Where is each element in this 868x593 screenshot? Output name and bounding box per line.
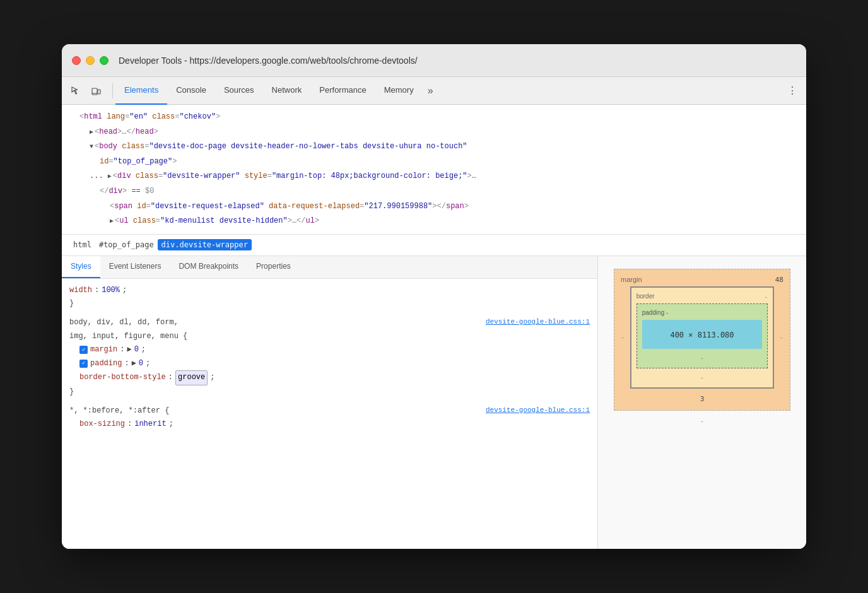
margin-left-value: - xyxy=(621,333,625,341)
styles-content: width: 100%; } body, div, dl, dd, form, … xyxy=(62,279,597,549)
devtools-window: Developer Tools - https://developers.goo… xyxy=(62,44,806,549)
breadcrumb-html[interactable]: html xyxy=(69,239,95,250)
css-rule-3-box-sizing: box-sizing: inherit; xyxy=(69,418,590,432)
css-rule-2: body, div, dl, dd, form, devsite-google-… xyxy=(69,316,590,399)
css-rule-1-close: } xyxy=(69,297,590,311)
inspect-element-button[interactable] xyxy=(67,82,85,100)
html-line-2[interactable]: ▶<head>…</head> xyxy=(62,125,806,140)
traffic-lights xyxy=(72,56,108,65)
tab-styles[interactable]: Styles xyxy=(62,256,100,278)
margin-checkbox[interactable] xyxy=(79,346,88,354)
tab-network[interactable]: Network xyxy=(263,77,311,105)
css-link-1[interactable]: devsite-google-blue.css:1 xyxy=(486,316,590,330)
css-rule-2-close: } xyxy=(69,385,590,399)
tab-dom-breakpoints[interactable]: DOM Breakpoints xyxy=(170,256,247,278)
window-title: Developer Tools - https://developers.goo… xyxy=(119,56,418,66)
html-line-5[interactable]: ... ▶<div class="devsite-wrapper" style=… xyxy=(62,169,806,184)
css-rule-3-selector: *, *:before, *:after { devsite-google-bl… xyxy=(69,404,590,418)
margin-bottom-value: 3 xyxy=(700,395,705,403)
close-button[interactable] xyxy=(72,56,81,65)
title-bar: Developer Tools - https://developers.goo… xyxy=(62,44,806,77)
devtools-toolbar: Elements Console Sources Network Perform… xyxy=(62,77,806,105)
css-rule-2-selector: body, div, dl, dd, form, devsite-google-… xyxy=(69,316,590,330)
minimize-button[interactable] xyxy=(86,56,95,65)
css-rule-2-margin: margin:▶ 0; xyxy=(69,343,590,357)
tab-console[interactable]: Console xyxy=(167,77,215,105)
breadcrumb-bar: html #top_of_page div.devsite-wrapper xyxy=(62,235,806,256)
tab-navigation: Elements Console Sources Network Perform… xyxy=(115,77,438,104)
tab-sources[interactable]: Sources xyxy=(215,77,263,105)
svg-rect-1 xyxy=(98,90,100,94)
toolbar-icons xyxy=(67,82,105,100)
html-line-7[interactable]: <span id="devsite-request-elapsed" data-… xyxy=(62,199,806,214)
groove-value: groove xyxy=(175,370,208,385)
bottom-extra-value: - xyxy=(701,417,703,425)
toolbar-divider xyxy=(112,83,113,98)
margin-label: margin xyxy=(621,276,642,283)
css-link-2[interactable]: devsite-google-blue.css:1 xyxy=(486,404,590,418)
breadcrumb-devsite-wrapper[interactable]: div.devsite-wrapper xyxy=(158,239,252,250)
border-box: border - padding - 400 × 8113.080 xyxy=(630,286,775,389)
padding-label: padding - xyxy=(642,309,669,316)
border-top-value: - xyxy=(764,293,768,301)
box-model-panel: margin 48 - border - xyxy=(598,256,806,549)
padding-checkbox[interactable] xyxy=(79,360,88,368)
styles-tabs: Styles Event Listeners DOM Breakpoints P… xyxy=(62,256,597,279)
content-box: 400 × 8113.080 xyxy=(642,320,763,349)
html-line-4[interactable]: id="top_of_page"> xyxy=(62,155,806,170)
css-rule-2-border-bottom-style: border-bottom-style: groove; xyxy=(69,370,590,385)
html-line-3[interactable]: ▼<body class="devsite-doc-page devsite-h… xyxy=(62,139,806,155)
content-size: 400 × 8113.080 xyxy=(670,331,734,339)
box-model-diagram: margin 48 - border - xyxy=(614,269,790,426)
device-toolbar-button[interactable] xyxy=(87,82,105,100)
css-rule-1-prop-width: width: 100%; xyxy=(69,284,590,298)
breadcrumb-top-of-page[interactable]: #top_of_page xyxy=(95,239,158,250)
toolbar-menu-button[interactable]: ⋮ xyxy=(783,82,801,100)
tab-event-listeners[interactable]: Event Listeners xyxy=(100,256,170,278)
maximize-button[interactable] xyxy=(100,56,108,65)
tab-elements[interactable]: Elements xyxy=(115,77,167,105)
tab-memory[interactable]: Memory xyxy=(375,77,423,105)
padding-bottom-value: - xyxy=(701,354,703,361)
margin-right-value: - xyxy=(779,333,783,341)
tab-performance[interactable]: Performance xyxy=(310,77,375,105)
css-rule-1: width: 100%; } xyxy=(69,284,590,311)
margin-top-value: 48 xyxy=(775,276,783,284)
html-line-1[interactable]: <html lang="en" class="chekov"> xyxy=(62,110,806,125)
html-line-8[interactable]: ▶<ul class="kd-menulist devsite-hidden">… xyxy=(62,214,806,229)
bottom-panel: Styles Event Listeners DOM Breakpoints P… xyxy=(62,256,806,549)
tab-properties[interactable]: Properties xyxy=(247,256,300,278)
margin-box: margin 48 - border - xyxy=(614,269,790,411)
tab-more-button[interactable]: » xyxy=(423,77,438,105)
css-rule-2-padding: padding:▶ 0; xyxy=(69,357,590,371)
css-rule-2-selector2: img, input, figure, menu { xyxy=(69,330,590,344)
padding-box: padding - 400 × 8113.080 - xyxy=(636,303,768,368)
html-line-6[interactable]: </div> == $0 xyxy=(62,184,806,199)
border-label: border xyxy=(636,293,655,300)
css-rule-3: *, *:before, *:after { devsite-google-bl… xyxy=(69,404,590,432)
border-bottom-value: - xyxy=(700,373,705,382)
styles-panel: Styles Event Listeners DOM Breakpoints P… xyxy=(62,256,598,549)
html-tree-panel: <html lang="en" class="chekov"> ▶<head>…… xyxy=(62,105,806,235)
